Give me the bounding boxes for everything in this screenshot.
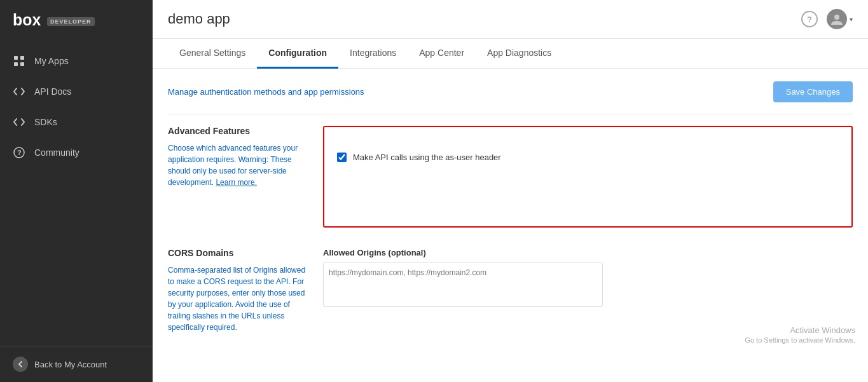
sidebar-item-label: API Docs (34, 86, 71, 97)
tabs-bar: General Settings Configuration Integrati… (153, 39, 868, 69)
sidebar-logo-area: box DEVELOPER (0, 0, 153, 41)
svg-rect-3 (14, 62, 18, 66)
avatar-button[interactable]: ▾ (827, 9, 853, 29)
sidebar: box DEVELOPER My Apps API D (0, 0, 153, 382)
back-to-account-button[interactable]: Back to My Account (13, 357, 140, 372)
cors-section: CORS Domains Comma-separated list of Ori… (168, 248, 853, 333)
sidebar-item-community[interactable]: ? Community (0, 137, 153, 168)
advanced-features-title: Advanced Features (168, 126, 308, 136)
app-title: demo app (168, 11, 230, 27)
box-logo-icon: box (13, 11, 41, 31)
advanced-features-right: Make API calls using the as-user header (323, 126, 853, 228)
back-to-account-label: Back to My Account (34, 360, 107, 369)
cors-left: CORS Domains Comma-separated list of Ori… (168, 248, 308, 333)
code-icon (13, 85, 25, 98)
back-arrow-icon (13, 357, 28, 372)
sidebar-item-label: SDKs (34, 117, 57, 127)
as-user-header-checkbox[interactable] (337, 153, 347, 162)
tab-general-settings[interactable]: General Settings (168, 39, 257, 69)
svg-rect-2 (20, 56, 24, 60)
content-header: Manage authentication methods and app pe… (168, 81, 853, 102)
main-content: demo app ? ▾ General Settings Configurat… (153, 0, 868, 382)
top-bar-right: ? ▾ (801, 9, 853, 29)
svg-rect-1 (14, 56, 18, 60)
content-area: Manage authentication methods and app pe… (153, 69, 868, 382)
advanced-features-desc: Choose which advanced features your appl… (168, 142, 308, 188)
developer-badge: DEVELOPER (47, 17, 95, 26)
sidebar-item-sdks[interactable]: SDKs (0, 107, 153, 137)
tab-integrations[interactable]: Integrations (338, 39, 408, 69)
cors-field-label: Allowed Origins (optional) (323, 248, 853, 257)
sidebar-nav: My Apps API Docs SDKs (0, 41, 153, 346)
code-brackets-icon (13, 116, 25, 128)
top-bar: demo app ? ▾ (153, 0, 868, 39)
cors-desc: Comma-separated list of Origins allowed … (168, 264, 308, 333)
cors-right: Allowed Origins (optional) (323, 248, 853, 333)
avatar (827, 9, 847, 29)
api-calls-checkbox-row: Make API calls using the as-user header (337, 153, 839, 162)
sidebar-item-label: Community (34, 147, 79, 158)
learn-more-link[interactable]: Learn more. (216, 178, 257, 187)
save-changes-button[interactable]: Save Changes (773, 81, 853, 102)
chevron-down-icon: ▾ (850, 16, 853, 23)
svg-rect-4 (20, 62, 24, 66)
question-circle-icon: ? (13, 146, 25, 159)
sidebar-bottom: Back to My Account (0, 346, 153, 382)
sidebar-item-my-apps[interactable]: My Apps (0, 46, 153, 76)
cors-origins-input[interactable] (323, 263, 603, 307)
advanced-features-box: Make API calls using the as-user header (323, 126, 853, 228)
as-user-header-label: Make API calls using the as-user header (353, 153, 501, 162)
tab-app-center[interactable]: App Center (408, 39, 476, 69)
cors-title: CORS Domains (168, 248, 308, 258)
divider (168, 114, 853, 114)
sidebar-item-api-docs[interactable]: API Docs (0, 76, 153, 107)
svg-point-7 (834, 15, 839, 20)
advanced-features-left: Advanced Features Choose which advanced … (168, 126, 308, 228)
advanced-features-section: Advanced Features Choose which advanced … (168, 126, 853, 228)
sidebar-item-label: My Apps (34, 56, 69, 66)
tab-app-diagnostics[interactable]: App Diagnostics (476, 39, 563, 69)
svg-text:box: box (13, 11, 41, 29)
content-description: Manage authentication methods and app pe… (168, 87, 364, 97)
grid-icon (13, 55, 25, 67)
tab-configuration[interactable]: Configuration (257, 39, 338, 69)
svg-text:?: ? (17, 149, 22, 156)
help-button[interactable]: ? (801, 11, 818, 27)
